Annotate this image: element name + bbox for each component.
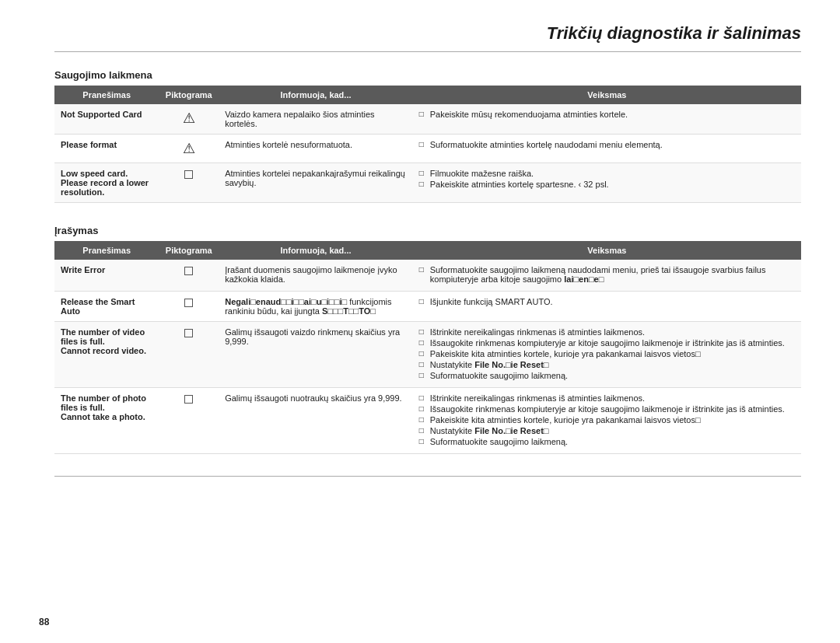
header-informuoja2: Informuoja, kad... (219, 241, 413, 260)
cell-informuoja: Įrašant duomenis saugojimo laikmenoje įv… (219, 260, 413, 292)
section-irasimas: Įrašymas Pranešimas Piktograma Informuoj… (54, 225, 801, 454)
checkbox-icon (184, 329, 193, 337)
cell-informuoja: Galimų išsaugoti nuotraukų skaičius yra … (219, 388, 413, 454)
list-item: Pakeiskite atminties kortelę spartesne. … (419, 180, 795, 189)
cell-veiksmas: Suformatuokite saugojimo laikmeną naudod… (413, 260, 801, 292)
page-number: 88 (39, 617, 49, 627)
list-item: Suformatuokite saugojimo laikmeną naudod… (419, 265, 795, 284)
cell-informuoja: Vaizdo kamera nepalaiko šios atminties k… (219, 104, 413, 135)
cell-veiksmas: Filmuokite mažesne raiška. Pakeiskite at… (413, 163, 801, 203)
checkbox-icon (184, 170, 193, 179)
cell-pranešimas: Release the Smart Auto (54, 292, 159, 322)
cell-veiksmas: Pakeiskite mūsų rekomenduojama atminties… (413, 104, 801, 135)
list-item: Suformatuokite atminties kortelę naudoda… (419, 140, 795, 149)
header-piktograma2: Piktograma (159, 241, 219, 260)
cell-piktograma: ⚠ (159, 135, 219, 163)
header-pranešimas: Pranešimas (54, 86, 159, 104)
list-item: Pakeiskite mūsų rekomenduojama atminties… (419, 110, 795, 119)
header-veiksmas2: Veiksmas (413, 241, 801, 260)
page-title: Trikčių diagnostika ir šalinimas (54, 23, 801, 52)
section2-title: Įrašymas (54, 225, 801, 236)
list-item: Išsaugokite rinkmenas kompiuteryje ar ki… (419, 404, 795, 414)
cell-piktograma (159, 292, 219, 322)
table-row: Not Supported Card ⚠ Vaizdo kamera nepal… (54, 104, 801, 135)
warning-icon: ⚠ (183, 110, 195, 127)
list-item: Ištrinkite nereikalingas rinkmenas iš at… (419, 393, 795, 403)
cell-pranešimas: Not Supported Card (54, 104, 159, 135)
cell-pranešimas: The number of video files is full.Cannot… (54, 322, 159, 388)
checkbox-icon (184, 395, 193, 404)
table-row: Please format ⚠ Atminties kortelė nesufo… (54, 135, 801, 163)
header-informuoja: Informuoja, kad... (219, 86, 413, 104)
table-row: The number of photo files is full.Cannot… (54, 388, 801, 454)
list-item: Išsaugokite rinkmenas kompiuteryje ar ki… (419, 338, 795, 348)
cell-pranešimas: Low speed card.Please record a lowerreso… (54, 163, 159, 203)
list-item: Nustatykite File No.□ie Reset□ (419, 426, 795, 435)
list-item: Pakeiskite kita atminties kortele, kurio… (419, 349, 795, 358)
list-item: Suformatuokite saugojimo laikmeną. (419, 371, 795, 380)
table-row: The number of video files is full.Cannot… (54, 322, 801, 388)
cell-piktograma (159, 322, 219, 388)
cell-piktograma (159, 163, 219, 203)
table-row: Release the Smart Auto Negali□enaud□□i□□… (54, 292, 801, 322)
cell-veiksmas: Ištrinkite nereikalingas rinkmenas iš at… (413, 322, 801, 388)
cell-informuoja: Galimų išsaugoti vaizdo rinkmenų skaičiu… (219, 322, 413, 388)
table-row: Low speed card.Please record a lowerreso… (54, 163, 801, 203)
cell-informuoja: Negali□enaud□□i□□ai□u□i□□i□ funkcijomis … (219, 292, 413, 322)
list-item: Išjunkite funkciją SMART AUTO. (419, 297, 795, 306)
table-row: Write Error Įrašant duomenis saugojimo l… (54, 260, 801, 292)
section1-title: Saugojimo laikmena (54, 69, 801, 81)
checkbox-icon (184, 267, 193, 275)
cell-veiksmas: Išjunkite funkciją SMART AUTO. (413, 292, 801, 322)
list-item: Nustatykite File No.□ie Reset□ (419, 360, 795, 369)
section-saugojimo: Saugojimo laikmena Pranešimas Piktograma… (54, 69, 801, 203)
header-veiksmas: Veiksmas (413, 86, 801, 104)
cell-pranešimas: Please format (54, 135, 159, 163)
cell-informuoja: Atminties kortelė nesuformatuota. (219, 135, 413, 163)
header-piktograma: Piktograma (159, 86, 219, 104)
header-pranešimas2: Pranešimas (54, 241, 159, 260)
warning-icon: ⚠ (183, 140, 195, 157)
section2-table: Pranešimas Piktograma Informuoja, kad...… (54, 241, 801, 454)
list-item: Ištrinkite nereikalingas rinkmenas iš at… (419, 327, 795, 337)
list-item: Filmuokite mažesne raiška. (419, 169, 795, 178)
cell-veiksmas: Ištrinkite nereikalingas rinkmenas iš at… (413, 388, 801, 454)
cell-informuoja: Atminties kortelei nepakankajrašymui rei… (219, 163, 413, 203)
list-item: Suformatuokite saugojimo laikmeną. (419, 437, 795, 446)
cell-piktograma: ⚠ (159, 104, 219, 135)
cell-piktograma (159, 260, 219, 292)
cell-piktograma (159, 388, 219, 454)
cell-pranešimas: The number of photo files is full.Cannot… (54, 388, 159, 454)
list-item: Pakeiskite kita atminties kortele, kurio… (419, 415, 795, 425)
cell-veiksmas: Suformatuokite atminties kortelę naudoda… (413, 135, 801, 163)
checkbox-icon (184, 299, 193, 307)
section1-table: Pranešimas Piktograma Informuoja, kad...… (54, 86, 801, 203)
cell-pranešimas: Write Error (54, 260, 159, 292)
page-divider (54, 476, 801, 477)
